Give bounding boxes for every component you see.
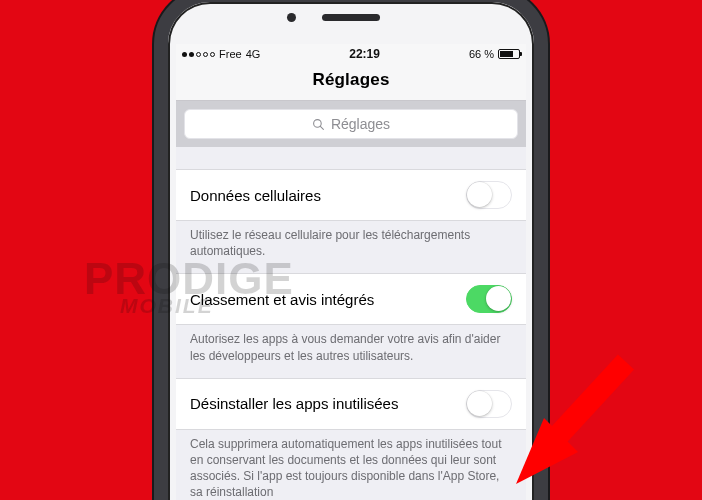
row-cellular-data[interactable]: Données cellulaires	[176, 169, 526, 221]
clock: 22:19	[349, 47, 380, 61]
battery-icon	[498, 49, 520, 59]
phone-frame: Free 4G 22:19 66 % Réglages Réglages	[154, 0, 548, 500]
cellular-data-label: Données cellulaires	[190, 187, 321, 204]
nav-bar: Réglages	[176, 64, 526, 101]
speaker-grille	[322, 14, 380, 21]
carrier-label: Free	[219, 48, 242, 60]
battery-percent: 66 %	[469, 48, 494, 60]
search-input[interactable]: Réglages	[184, 109, 518, 139]
status-bar: Free 4G 22:19 66 %	[176, 44, 526, 64]
status-left: Free 4G	[182, 48, 260, 60]
offload-apps-footer: Cela supprimera automatiquement les apps…	[176, 430, 526, 500]
row-offload-apps[interactable]: Désinstaller les apps inutilisées	[176, 378, 526, 430]
network-label: 4G	[246, 48, 261, 60]
search-placeholder: Réglages	[331, 116, 390, 132]
svg-line-1	[320, 126, 323, 129]
search-icon	[312, 118, 325, 131]
search-container: Réglages	[176, 101, 526, 147]
ratings-label: Classement et avis intégrés	[190, 291, 374, 308]
signal-dots-icon	[182, 52, 215, 57]
ratings-footer: Autorisez les apps à vous demander votre…	[176, 325, 526, 377]
status-right: 66 %	[469, 48, 520, 60]
cellular-data-toggle[interactable]	[466, 181, 512, 209]
screen: Free 4G 22:19 66 % Réglages Réglages	[176, 44, 526, 500]
front-camera	[287, 13, 296, 22]
cellular-data-footer: Utilisez le réseau cellulaire pour les t…	[176, 221, 526, 273]
svg-line-2	[543, 362, 626, 452]
row-ratings[interactable]: Classement et avis intégrés	[176, 273, 526, 325]
offload-apps-toggle[interactable]	[466, 390, 512, 418]
ratings-toggle[interactable]	[466, 285, 512, 313]
offload-apps-label: Désinstaller les apps inutilisées	[190, 395, 398, 412]
page-title: Réglages	[176, 70, 526, 90]
